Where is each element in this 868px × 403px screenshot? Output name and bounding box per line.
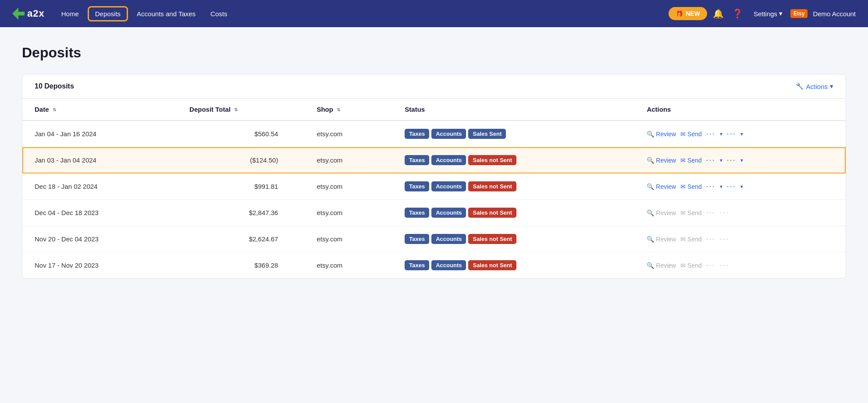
more-actions-dots[interactable]: ··· bbox=[706, 129, 715, 138]
cell-status: TaxesAccountsSales not Sent bbox=[392, 252, 634, 279]
cell-actions: 🔍 Review✉ Send···▾···▾ bbox=[634, 120, 846, 147]
col-date: Date ⇅ bbox=[22, 99, 177, 120]
sort-icon[interactable]: ⇅ bbox=[337, 108, 340, 112]
sort-icon[interactable]: ⇅ bbox=[53, 108, 56, 112]
help-icon[interactable]: ❓ bbox=[730, 6, 746, 21]
more-actions-chevron-2[interactable]: ▾ bbox=[740, 184, 743, 190]
status-badge: Sales not Sent bbox=[468, 234, 516, 244]
cell-status: TaxesAccountsSales Sent bbox=[392, 120, 634, 147]
table-row: Jan 04 - Jan 16 2024$560.54etsy.comTaxes… bbox=[22, 120, 846, 147]
cell-shop: etsy.com bbox=[304, 173, 392, 200]
cell-date: Jan 04 - Jan 16 2024 bbox=[22, 120, 177, 147]
new-button[interactable]: 🎁 NEW bbox=[669, 7, 707, 20]
nav-accounts-taxes[interactable]: Accounts and Taxes bbox=[131, 7, 202, 21]
more-actions-chevron[interactable]: ▾ bbox=[720, 131, 722, 137]
more-actions-dots-2[interactable]: ··· bbox=[727, 129, 736, 138]
status-badge: Sales Sent bbox=[468, 129, 506, 139]
cell-status: TaxesAccountsSales not Sent bbox=[392, 173, 634, 200]
more-actions-chevron-2[interactable]: ▾ bbox=[740, 131, 743, 137]
cell-actions: 🔍 Review✉ Send······ bbox=[634, 200, 846, 226]
more-actions-dots-2-disabled: ··· bbox=[720, 208, 729, 217]
chevron-down-icon: ▾ bbox=[830, 82, 833, 90]
logo: a2x bbox=[12, 7, 45, 20]
more-actions-dots-disabled: ··· bbox=[706, 208, 715, 217]
cell-amount: $560.54 bbox=[177, 120, 304, 147]
send-button[interactable]: ✉ Send bbox=[680, 183, 702, 190]
cell-amount: $2,624.67 bbox=[177, 226, 304, 252]
more-actions-dots-disabled: ··· bbox=[706, 234, 715, 244]
cell-date: Nov 17 - Nov 20 2023 bbox=[22, 252, 177, 279]
more-actions-dots[interactable]: ··· bbox=[706, 156, 715, 165]
more-actions-dots-2[interactable]: ··· bbox=[727, 182, 736, 191]
more-actions-chevron-2[interactable]: ▾ bbox=[740, 157, 743, 163]
review-button[interactable]: 🔍 Review bbox=[647, 183, 676, 190]
status-badge: Accounts bbox=[431, 155, 466, 165]
send-button[interactable]: ✉ Send bbox=[680, 157, 702, 164]
status-badge: Sales not Sent bbox=[468, 208, 516, 218]
cell-date: Dec 04 - Dec 18 2023 bbox=[22, 200, 177, 226]
nav-links: Home Deposits Accounts and Taxes Costs bbox=[55, 6, 234, 21]
cell-status: TaxesAccountsSales not Sent bbox=[392, 226, 634, 252]
more-actions-dots-2[interactable]: ··· bbox=[727, 156, 736, 165]
card-header: 10 Deposits 🔧 Actions ▾ bbox=[22, 74, 846, 99]
notification-bell-icon[interactable]: 🔔 bbox=[711, 6, 726, 21]
status-badge: Taxes bbox=[405, 208, 429, 218]
filter-icon: 🔧 bbox=[796, 82, 804, 90]
table-row: Jan 03 - Jan 04 2024($124.50)etsy.comTax… bbox=[22, 147, 846, 173]
more-actions-chevron[interactable]: ▾ bbox=[720, 184, 722, 190]
more-actions-dots-disabled: ··· bbox=[706, 261, 715, 270]
cell-actions: 🔍 Review✉ Send······ bbox=[634, 226, 846, 252]
review-button[interactable]: 🔍 Review bbox=[647, 157, 676, 164]
status-badge: Taxes bbox=[405, 129, 429, 139]
more-actions-dots-2-disabled: ··· bbox=[720, 234, 729, 244]
cell-actions: 🔍 Review✉ Send···▾···▾ bbox=[634, 147, 846, 173]
deposits-table: Date ⇅ Deposit Total ⇅ Shop ⇅ Status Act… bbox=[22, 99, 846, 278]
send-button-disabled: ✉ Send bbox=[680, 209, 702, 216]
actions-button[interactable]: 🔧 Actions ▾ bbox=[796, 82, 833, 90]
cell-date: Nov 20 - Dec 04 2023 bbox=[22, 226, 177, 252]
etsy-badge: Etsy bbox=[790, 9, 808, 18]
table-row: Dec 18 - Jan 02 2024$991.81etsy.comTaxes… bbox=[22, 173, 846, 200]
table-row: Nov 17 - Nov 20 2023$369.28etsy.comTaxes… bbox=[22, 252, 846, 279]
deposits-card: 10 Deposits 🔧 Actions ▾ Date ⇅ Deposit T… bbox=[22, 74, 846, 279]
col-shop: Shop ⇅ bbox=[304, 99, 392, 120]
review-button-disabled: 🔍 Review bbox=[647, 236, 676, 243]
cell-date: Jan 03 - Jan 04 2024 bbox=[22, 147, 177, 173]
cell-actions: 🔍 Review✉ Send···▾···▾ bbox=[634, 173, 846, 200]
settings-button[interactable]: Settings ▾ bbox=[749, 6, 787, 21]
status-badge: Taxes bbox=[405, 181, 429, 191]
col-status: Status bbox=[392, 99, 634, 120]
col-deposit-total: Deposit Total ⇅ bbox=[177, 99, 304, 120]
status-badge: Accounts bbox=[431, 208, 466, 218]
cell-shop: etsy.com bbox=[304, 200, 392, 226]
more-actions-chevron[interactable]: ▾ bbox=[720, 157, 722, 163]
actions-label: Actions bbox=[806, 83, 828, 90]
sort-icon[interactable]: ⇅ bbox=[234, 108, 238, 112]
nav-home[interactable]: Home bbox=[55, 7, 85, 21]
cell-shop: etsy.com bbox=[304, 252, 392, 279]
new-button-label: NEW bbox=[686, 10, 700, 17]
page-title: Deposits bbox=[22, 45, 846, 61]
cell-amount: $369.28 bbox=[177, 252, 304, 279]
table-header-row: Date ⇅ Deposit Total ⇅ Shop ⇅ Status Act… bbox=[22, 99, 846, 120]
status-badge: Accounts bbox=[431, 129, 466, 139]
send-button[interactable]: ✉ Send bbox=[680, 131, 702, 138]
more-actions-dots-2-disabled: ··· bbox=[720, 261, 729, 270]
send-button-disabled: ✉ Send bbox=[680, 262, 702, 269]
status-badge: Taxes bbox=[405, 260, 429, 270]
nav-deposits[interactable]: Deposits bbox=[88, 6, 128, 21]
status-badge: Sales not Sent bbox=[468, 155, 516, 165]
col-actions: Actions bbox=[634, 99, 846, 120]
logo-text: a2x bbox=[27, 8, 45, 19]
status-badge: Accounts bbox=[431, 181, 466, 191]
send-button-disabled: ✉ Send bbox=[680, 236, 702, 243]
deposits-count: 10 Deposits bbox=[35, 82, 74, 90]
status-badge: Taxes bbox=[405, 234, 429, 244]
cell-shop: etsy.com bbox=[304, 147, 392, 173]
more-actions-dots[interactable]: ··· bbox=[706, 182, 715, 191]
cell-shop: etsy.com bbox=[304, 226, 392, 252]
nav-costs[interactable]: Costs bbox=[204, 7, 233, 21]
logo-arrow-icon bbox=[12, 7, 25, 20]
review-button[interactable]: 🔍 Review bbox=[647, 131, 676, 138]
cell-date: Dec 18 - Jan 02 2024 bbox=[22, 173, 177, 200]
